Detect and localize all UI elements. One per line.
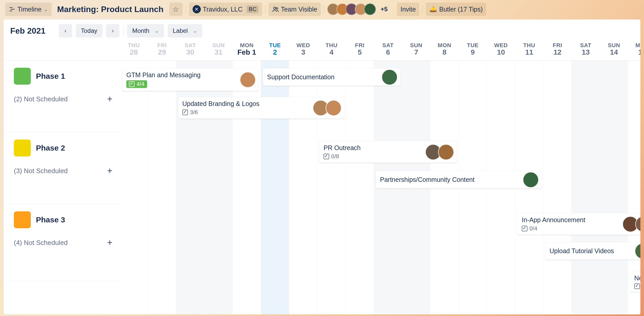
member-avatar[interactable]: [438, 144, 454, 160]
group-dropdown[interactable]: Label ⌄: [168, 24, 203, 37]
check-icon: [129, 81, 135, 87]
star-button[interactable]: ☆: [169, 3, 183, 16]
add-card-button[interactable]: +: [107, 238, 112, 247]
check-icon: [522, 226, 527, 231]
day-column-header: THU4: [317, 41, 346, 60]
day-column-header: SUN7: [402, 41, 430, 60]
lane-name: Phase 2: [36, 144, 65, 152]
chevron-down-icon: ⌄: [155, 28, 159, 34]
day-column-header: SAT6: [374, 41, 402, 60]
lane-name: Phase 3: [36, 215, 65, 224]
timeline-card[interactable]: GTM Plan and Messaging4/4: [122, 68, 258, 91]
day-column-header: SAT30: [176, 41, 204, 60]
chevron-down-icon: ⌄: [193, 28, 197, 34]
team-button[interactable]: ✕ Travidux, LLC BC: [189, 3, 262, 16]
svg-point-3: [273, 7, 276, 9]
day-column-header: MON15: [628, 41, 640, 60]
butler-icon: 🛎️: [429, 6, 437, 13]
card-avatars: [622, 216, 640, 232]
timeline-card[interactable]: Partnerships/Community Content: [376, 171, 541, 189]
timeline-card[interactable]: Support Documentation: [263, 68, 400, 86]
card-title: Partnerships/Community Content: [380, 176, 537, 183]
day-column-header: MON8: [430, 41, 459, 60]
lane: Phase 2(3) Not Scheduled+: [4, 132, 120, 204]
invite-button[interactable]: Invite: [397, 3, 420, 16]
add-card-button[interactable]: +: [107, 166, 112, 175]
more-members-count[interactable]: +5: [381, 6, 387, 13]
card-avatars: [382, 69, 397, 85]
view-switcher-label: Timeline: [17, 6, 42, 13]
star-icon: ☆: [173, 5, 179, 14]
lane-color-swatch: [14, 68, 31, 85]
scale-label: Month: [132, 27, 149, 34]
group-label: Label: [173, 27, 188, 34]
chevron-down-icon: ⌄: [44, 6, 48, 12]
check-icon: [324, 154, 329, 159]
day-header: THU28FRI29SAT30SUN31MONFeb 1TUE2WED3THU4…: [4, 41, 640, 61]
day-column-header: FRI12: [543, 41, 572, 60]
check-icon: [182, 110, 188, 115]
invite-label: Invite: [401, 6, 416, 13]
not-scheduled-label[interactable]: (2) Not Scheduled: [14, 95, 68, 103]
day-column-header: SAT13: [572, 41, 600, 60]
day-column-header: TUE2: [261, 41, 289, 60]
member-avatars[interactable]: [327, 3, 376, 15]
not-scheduled-label[interactable]: (4) Not Scheduled: [14, 239, 68, 247]
lane: Phase 3(4) Not Scheduled+: [4, 204, 120, 281]
team-logo-icon: ✕: [193, 5, 201, 13]
not-scheduled-label[interactable]: (3) Not Scheduled: [14, 167, 68, 175]
member-avatar[interactable]: [364, 3, 376, 15]
visibility-button[interactable]: Team Visible: [269, 3, 321, 16]
card-title: GTM Plan and Messaging: [126, 71, 254, 79]
today-button[interactable]: Today: [76, 24, 102, 37]
checklist-badge: 0/8: [324, 153, 339, 160]
divider: [265, 5, 266, 13]
card-title: Nev: [634, 274, 640, 282]
day-column-header: SUN31: [204, 41, 233, 60]
card-title: Support Documentation: [267, 73, 396, 81]
timeline-panel: Feb 2021 ‹ Today › Month ⌄ Label ⌄ THU28…: [4, 19, 640, 314]
divider: [324, 5, 324, 13]
visibility-label: Team Visible: [281, 6, 317, 13]
timeline-card[interactable]: Updated Branding & Logos3/6: [178, 97, 344, 119]
day-column-header: MONFeb 1: [233, 41, 261, 60]
day-column-header: WED10: [487, 41, 515, 60]
checklist-badge: 3/6: [182, 109, 198, 116]
timeline-card[interactable]: Nev: [630, 271, 640, 292]
divider: [186, 5, 186, 13]
day-column-header: TUE9: [459, 41, 487, 60]
check-icon: [634, 283, 640, 289]
chevron-left-icon: ‹: [64, 27, 67, 34]
member-avatar[interactable]: [635, 243, 640, 259]
svg-point-4: [276, 8, 278, 9]
add-card-button[interactable]: +: [107, 94, 112, 104]
day-column-header: FRI29: [148, 41, 176, 60]
board-title[interactable]: Marketing: Product Launch: [55, 5, 166, 14]
timeline-card[interactable]: PR Outreach0/8: [319, 141, 457, 163]
period-label: Feb 2021: [10, 26, 45, 36]
timeline-card[interactable]: Upload Tutorial Videos: [545, 242, 640, 260]
member-avatar[interactable]: [240, 72, 256, 88]
chevron-right-icon: ›: [112, 27, 114, 34]
lane-name: Phase 1: [36, 72, 65, 81]
next-button[interactable]: ›: [106, 24, 119, 37]
view-switcher-button[interactable]: Timeline ⌄: [5, 3, 52, 16]
day-column-header: SUN14: [600, 41, 628, 60]
card-avatars: [425, 144, 454, 160]
butler-label: Butler (17 Tips): [439, 6, 483, 13]
timeline-card[interactable]: In-App Announcement0/4: [518, 213, 640, 235]
day-column-header: WED3: [289, 41, 317, 60]
checklist-badge: 0/4: [522, 225, 537, 232]
timeline-icon: [9, 6, 15, 13]
member-avatar[interactable]: [382, 69, 397, 85]
team-code-badge: BC: [247, 5, 259, 13]
butler-button[interactable]: 🛎️ Butler (17 Tips): [426, 3, 486, 16]
member-avatar[interactable]: [326, 100, 342, 116]
lane-color-swatch: [14, 211, 31, 228]
scale-dropdown[interactable]: Month ⌄: [127, 24, 164, 37]
prev-button[interactable]: ‹: [59, 24, 72, 37]
member-avatar[interactable]: [523, 172, 539, 188]
day-column-header: THU28: [120, 41, 148, 60]
day-column-header: THU11: [515, 41, 543, 60]
today-label: Today: [81, 27, 97, 34]
